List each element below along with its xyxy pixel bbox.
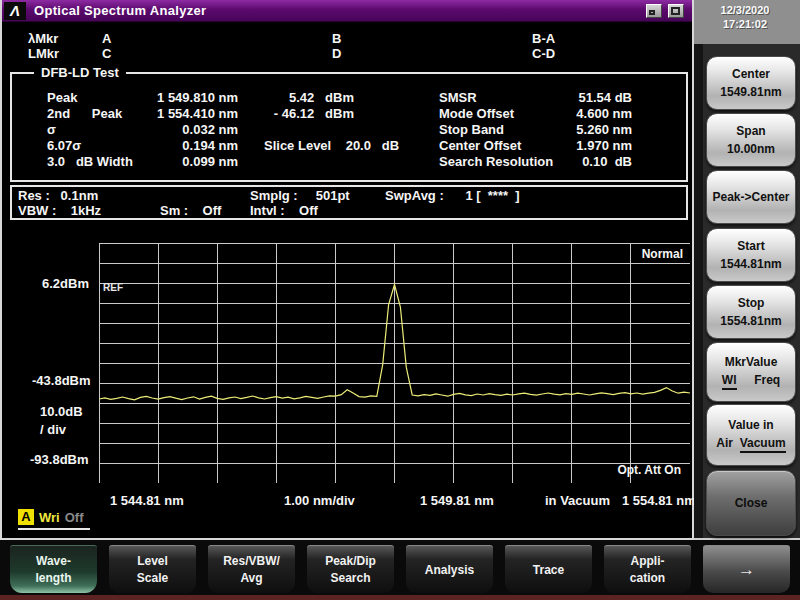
tab-wavelength-line1: Wave-: [10, 554, 97, 568]
spectrum-plot[interactable]: Normal REF Opt. Att On: [99, 243, 690, 483]
tab-more[interactable]: →: [703, 545, 790, 593]
datetime-display: 12/3/2020 17:21:02: [694, 3, 796, 31]
db-width-value: 0.099 nm: [98, 154, 238, 169]
tab-analysis[interactable]: Analysis: [406, 545, 493, 593]
tab-res-vbw-avg[interactable]: Res/VBW/ Avg: [208, 545, 295, 593]
optical-attenuator-status: Opt. Att On: [617, 463, 681, 477]
tab-peak-dip-search[interactable]: Peak/Dip Search: [307, 545, 394, 593]
x-axis-center-wavelength: 1 549.81 nm: [420, 493, 494, 508]
marker-d: D: [332, 46, 341, 61]
stop-button[interactable]: Stop 1554.81nm: [706, 285, 796, 339]
osa-screen: Λ Optical Spectrum Analyzer λMkr A B B-A…: [0, 0, 800, 600]
maximize-icon: [671, 7, 680, 15]
tab-application-line2: cation: [604, 571, 691, 585]
peak-level: 5.42 dBm: [172, 90, 354, 105]
dfb-ld-test-panel: DFB-LD Test Peak 1 549.810 nm 5.42 dBm 2…: [10, 72, 688, 182]
trace-write-mode: Wri: [39, 510, 60, 525]
tab-application[interactable]: Appli- cation: [604, 545, 691, 593]
level-marker-label: LMkr: [28, 46, 59, 61]
marker-c-d: C-D: [532, 46, 555, 61]
sigma6-label: 6.07σ: [47, 138, 81, 153]
marker-c: C: [102, 46, 111, 61]
start-button-label: Start: [707, 239, 795, 253]
value-in-air-option: Air: [716, 436, 733, 453]
span-button[interactable]: Span 10.00nm: [706, 113, 796, 167]
peak-to-center-label: Peak->Center: [707, 190, 795, 204]
title-bar: Λ Optical Spectrum Analyzer: [2, 0, 692, 22]
marker-value-label: MkrValue: [707, 355, 795, 369]
intvl-setting: Intvl : Off: [250, 203, 318, 218]
tab-level-scale-line1: Level: [109, 554, 196, 568]
y-axis-ref-level: 6.2dBm: [42, 276, 89, 291]
stop-button-label: Stop: [707, 296, 795, 310]
tab-res-vbw-avg-line1: Res/VBW/: [208, 554, 295, 568]
tab-level-scale[interactable]: Level Scale: [109, 545, 196, 593]
marker-value-wl-option: Wl: [722, 373, 737, 390]
close-button-label: Close: [707, 496, 795, 510]
sigma-label: σ: [47, 122, 56, 137]
sigma-value: 0.032 nm: [98, 122, 238, 137]
y-axis-scale-per-div: 10.0dB: [40, 404, 83, 419]
peak-label: Peak: [47, 90, 77, 105]
ref-line-label: REF: [103, 282, 123, 293]
span-button-label: Span: [707, 124, 795, 138]
center-button[interactable]: Center 1549.81nm: [706, 56, 796, 110]
trace-off-state: Off: [65, 510, 84, 525]
value-in-button[interactable]: Value in Air Vacuum: [706, 404, 796, 466]
time-text: 17:21:02: [694, 17, 796, 31]
sm-setting: Sm : Off: [160, 203, 221, 218]
x-axis-medium-label: in Vacuum: [545, 493, 610, 508]
tab-wavelength[interactable]: Wave- length: [10, 545, 97, 593]
anritsu-logo-icon: Λ: [4, 2, 26, 20]
swpavg-setting: SwpAvg : 1 [ **** ]: [385, 188, 520, 203]
main-display: Λ Optical Spectrum Analyzer λMkr A B B-A…: [0, 0, 694, 540]
tab-analysis-label: Analysis: [406, 563, 493, 577]
tab-peak-dip-search-line1: Peak/Dip: [307, 554, 394, 568]
stop-button-value: 1554.81nm: [707, 314, 795, 328]
tab-level-scale-line2: Scale: [109, 571, 196, 585]
smsr-value: 51.54 dB: [452, 90, 632, 105]
slice-level: Slice Level 20.0 dB: [264, 138, 399, 153]
function-tab-bar: Wave- length Level Scale Res/VBW/ Avg Pe…: [0, 540, 800, 600]
center-button-value: 1549.81nm: [707, 85, 795, 99]
softkey-column: Center 1549.81nm Span 10.00nm Peak->Cent…: [694, 44, 800, 538]
tab-application-line1: Appli-: [604, 554, 691, 568]
window-title: Optical Spectrum Analyzer: [34, 3, 206, 18]
trace-status[interactable]: A Wri Off: [18, 509, 90, 530]
marker-b-a: B-A: [532, 31, 555, 46]
tab-peak-dip-search-line2: Search: [307, 571, 394, 585]
y-axis-bottom-level: -93.8dBm: [30, 452, 89, 467]
spectrum-trace-svg: [99, 243, 690, 483]
peak-to-center-button[interactable]: Peak->Center: [706, 170, 796, 224]
tab-res-vbw-avg-line2: Avg: [208, 571, 295, 585]
marker-value-button[interactable]: MkrValue Wl Freq: [706, 342, 796, 402]
trace-a-badge: A: [18, 509, 34, 525]
dfb-ld-test-title: DFB-LD Test: [34, 65, 126, 80]
second-peak-level: - 46.12 dBm: [172, 106, 354, 121]
x-axis-nm-per-div: 1.00 nm/div: [284, 493, 355, 508]
minimize-icon: [649, 10, 655, 15]
marker-value-freq-option: Freq: [754, 373, 780, 390]
res-setting: Res : 0.1nm: [18, 188, 98, 203]
marker-b: B: [332, 31, 341, 46]
sweep-settings-panel: Res : 0.1nm Smplg : 501pt SwpAvg : 1 [ *…: [10, 185, 688, 220]
search-resolution-value: 0.10 dB: [452, 154, 632, 169]
trace-mode-label: Normal: [642, 247, 683, 261]
value-in-label: Value in: [707, 418, 795, 432]
bottom-accent-strip: [0, 595, 800, 600]
tab-trace[interactable]: Trace: [505, 545, 592, 593]
smplg-setting: Smplg : 501pt: [250, 188, 350, 203]
start-button-value: 1544.81nm: [707, 257, 795, 271]
minimize-button[interactable]: [646, 4, 662, 18]
softkey-sidebar: 12/3/2020 17:21:02 Center 1549.81nm Span…: [694, 0, 800, 540]
maximize-button[interactable]: [668, 4, 684, 18]
center-button-label: Center: [707, 67, 795, 81]
tab-trace-label: Trace: [505, 563, 592, 577]
more-arrow-icon: →: [703, 560, 790, 580]
start-button[interactable]: Start 1544.81nm: [706, 228, 796, 282]
lambda-marker-label: λMkr: [28, 31, 58, 46]
close-button[interactable]: Close: [706, 470, 796, 536]
x-axis-stop-wavelength: 1 554.81 nm: [622, 493, 696, 508]
marker-a: A: [102, 31, 111, 46]
x-axis-start-wavelength: 1 544.81 nm: [110, 493, 184, 508]
